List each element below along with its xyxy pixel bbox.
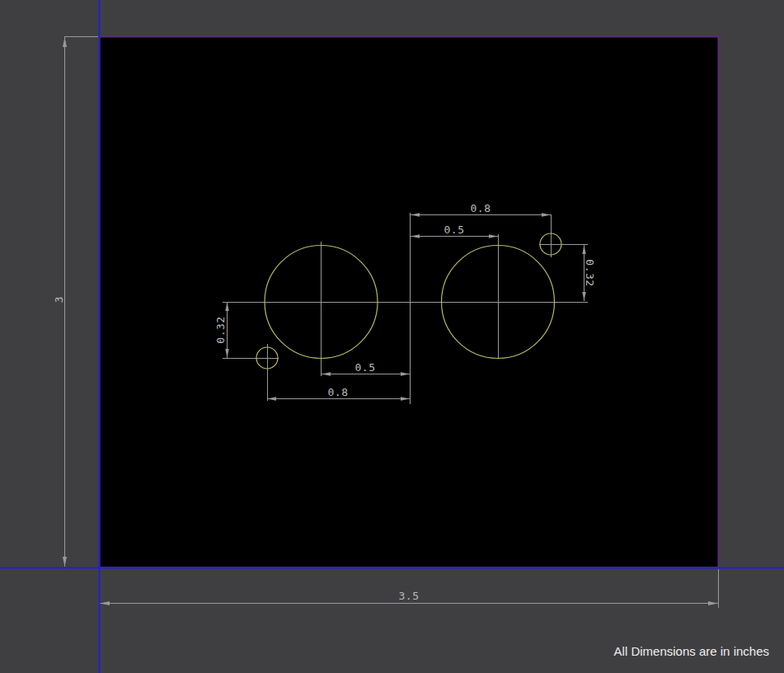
units-note: All Dimensions are in inches: [614, 644, 769, 658]
dim-bottom-hole-offset-label: 0.8: [328, 386, 349, 398]
dim-bottom-center-offset-label: 0.5: [355, 361, 376, 374]
dim-top-center-offset-label: 0.5: [444, 224, 465, 236]
dim-plate-height-label: 3: [53, 296, 65, 303]
drawing-canvas[interactable]: 3 3.5 0.8 0.5: [0, 0, 784, 673]
dim-left-hole-drop-label: 0.32: [214, 316, 227, 343]
cad-viewport[interactable]: 3 3.5 0.8 0.5: [0, 0, 784, 673]
dim-top-hole-offset-label: 0.8: [471, 202, 491, 214]
dim-right-hole-drop-label: 0.32: [584, 259, 596, 286]
dim-plate-width-label: 3.5: [399, 590, 420, 602]
